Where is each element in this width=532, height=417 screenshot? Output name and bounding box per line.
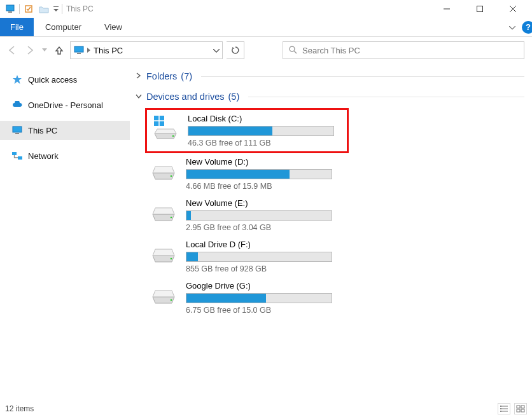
drive-usage-bar bbox=[186, 293, 332, 303]
search-input[interactable] bbox=[302, 46, 519, 55]
drive-item[interactable]: Local Disk (C:)46.3 GB free of 111 GB bbox=[145, 108, 349, 153]
drive-usage-bar bbox=[186, 169, 332, 179]
svg-point-23 bbox=[171, 258, 172, 260]
help-button[interactable]: ? bbox=[522, 21, 532, 34]
drive-item[interactable]: New Volume (D:)4.66 MB free of 15.9 MB bbox=[145, 153, 349, 195]
drive-usage-bar bbox=[188, 126, 334, 136]
svg-rect-1 bbox=[8, 11, 12, 13]
group-label: Devices and drives bbox=[146, 92, 225, 102]
star-icon bbox=[11, 74, 23, 85]
ribbon-file-tab[interactable]: File bbox=[0, 18, 34, 36]
drive-free-text: 46.3 GB free of 111 GB bbox=[188, 139, 343, 147]
svg-point-30 bbox=[500, 411, 501, 412]
drive-info: New Volume (E:)2.95 GB free of 3.04 GB bbox=[186, 198, 345, 232]
sidebar-item-this-pc[interactable]: This PC bbox=[0, 121, 130, 140]
drive-name: Google Drive (G:) bbox=[186, 281, 345, 291]
search-icon bbox=[288, 45, 297, 56]
ribbon: File Computer View ? bbox=[0, 18, 532, 37]
group-header-drives[interactable]: Devices and drives (5) bbox=[135, 89, 524, 104]
svg-rect-15 bbox=[18, 156, 22, 160]
title-bar: This PC bbox=[0, 0, 532, 18]
qat-customize-caret-icon[interactable] bbox=[52, 2, 60, 16]
ribbon-tab-view[interactable]: View bbox=[93, 18, 134, 36]
group-count: (5) bbox=[228, 92, 240, 102]
sidebar-item-network[interactable]: Network bbox=[0, 146, 130, 165]
view-details-button[interactable] bbox=[498, 403, 510, 414]
sidebar-item-label: OneDrive - Personal bbox=[28, 100, 103, 110]
recent-locations-caret-icon[interactable] bbox=[41, 43, 48, 57]
drive-free-text: 4.66 MB free of 15.9 MB bbox=[186, 182, 345, 191]
group-label: Folders bbox=[146, 71, 177, 81]
svg-rect-14 bbox=[12, 152, 17, 155]
os-drive-icon bbox=[151, 114, 180, 140]
chevron-right-icon bbox=[135, 72, 143, 80]
content-pane: Folders (7) Devices and drives (5) Local… bbox=[130, 64, 532, 400]
qat-newfolder-icon[interactable] bbox=[36, 2, 52, 16]
status-item-count: 12 items bbox=[5, 404, 34, 413]
svg-rect-0 bbox=[6, 5, 14, 11]
svg-point-29 bbox=[500, 408, 501, 409]
svg-point-10 bbox=[290, 46, 295, 51]
drive-free-text: 6.75 GB free of 15.0 GB bbox=[186, 306, 345, 315]
svg-point-24 bbox=[171, 299, 172, 301]
svg-point-20 bbox=[172, 135, 174, 137]
refresh-button[interactable] bbox=[227, 41, 244, 59]
chevron-down-icon bbox=[135, 93, 143, 100]
group-divider bbox=[248, 97, 524, 97]
drive-name: New Volume (E:) bbox=[186, 198, 345, 208]
drive-icon bbox=[149, 240, 178, 266]
search-box[interactable] bbox=[283, 41, 524, 59]
drive-info: New Volume (D:)4.66 MB free of 15.9 MB bbox=[186, 157, 345, 191]
breadcrumb-chevron-icon[interactable] bbox=[87, 47, 91, 54]
svg-rect-3 bbox=[53, 6, 59, 7]
group-count: (7) bbox=[181, 71, 192, 81]
svg-rect-33 bbox=[517, 409, 520, 412]
forward-button[interactable] bbox=[23, 43, 37, 57]
drive-usage-fill bbox=[186, 211, 191, 220]
sidebar-item-quick-access[interactable]: Quick access bbox=[0, 70, 130, 89]
quick-access-toolbar bbox=[3, 2, 60, 16]
drive-usage-fill bbox=[186, 170, 290, 179]
sidebar-item-label: This PC bbox=[28, 126, 57, 135]
status-bar: 12 items bbox=[0, 400, 532, 417]
svg-point-28 bbox=[500, 406, 501, 407]
window-title: This PC bbox=[66, 4, 94, 13]
address-history-caret-icon[interactable] bbox=[213, 47, 220, 54]
svg-point-22 bbox=[171, 217, 172, 219]
group-header-folders[interactable]: Folders (7) bbox=[135, 69, 524, 84]
svg-rect-13 bbox=[15, 133, 19, 134]
drive-name: Local Disk (C:) bbox=[188, 114, 343, 123]
drive-info: Local Drive D (F:)855 GB free of 928 GB bbox=[186, 240, 345, 273]
ribbon-collapse-icon[interactable] bbox=[503, 24, 522, 31]
ribbon-tab-computer[interactable]: Computer bbox=[34, 18, 93, 36]
svg-line-11 bbox=[294, 51, 297, 53]
qat-properties-icon[interactable] bbox=[21, 2, 36, 16]
drive-item[interactable]: Local Drive D (F:)855 GB free of 928 GB bbox=[145, 236, 349, 277]
sidebar-item-label: Network bbox=[28, 151, 59, 161]
view-tiles-button[interactable] bbox=[514, 403, 527, 414]
drive-info: Google Drive (G:)6.75 GB free of 15.0 GB bbox=[186, 281, 345, 315]
svg-rect-9 bbox=[77, 53, 81, 54]
address-bar[interactable]: This PC bbox=[70, 41, 223, 59]
svg-rect-32 bbox=[521, 406, 524, 408]
drive-usage-fill bbox=[188, 126, 272, 135]
sidebar-item-onedrive[interactable]: OneDrive - Personal bbox=[0, 95, 130, 114]
drive-usage-fill bbox=[186, 294, 266, 303]
back-button[interactable] bbox=[5, 43, 19, 57]
qat-app-icon[interactable] bbox=[3, 2, 18, 16]
monitor-icon bbox=[11, 125, 23, 135]
navigation-bar: This PC bbox=[0, 37, 532, 64]
drive-item[interactable]: New Volume (E:)2.95 GB free of 3.04 GB bbox=[145, 195, 349, 236]
minimize-button[interactable] bbox=[438, 3, 456, 15]
svg-rect-12 bbox=[13, 126, 22, 132]
drive-free-text: 2.95 GB free of 3.04 GB bbox=[186, 223, 345, 232]
drive-item[interactable]: Google Drive (G:)6.75 GB free of 15.0 GB bbox=[145, 277, 349, 318]
svg-rect-5 bbox=[477, 6, 483, 12]
drive-info: Local Disk (C:)46.3 GB free of 111 GB bbox=[188, 114, 343, 147]
thispc-icon bbox=[73, 46, 85, 55]
up-button[interactable] bbox=[52, 43, 66, 57]
maximize-button[interactable] bbox=[471, 3, 489, 15]
drive-list: Local Disk (C:)46.3 GB free of 111 GBNew… bbox=[145, 108, 524, 318]
close-button[interactable] bbox=[504, 3, 522, 15]
drive-icon bbox=[149, 281, 178, 308]
